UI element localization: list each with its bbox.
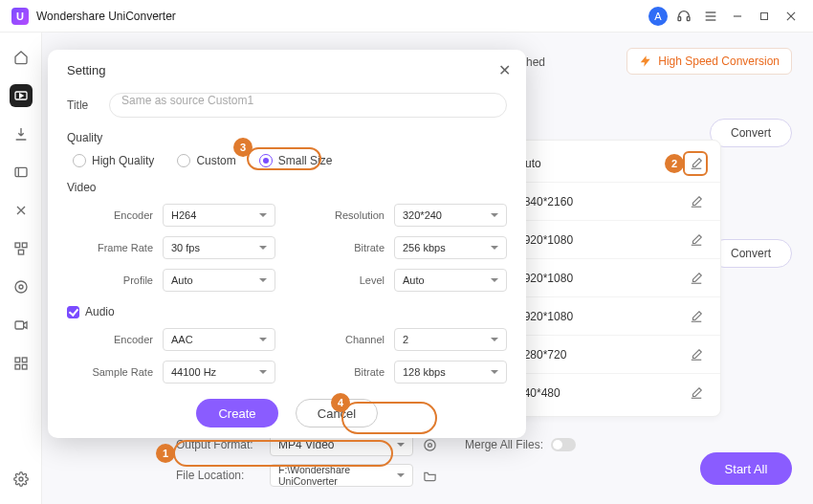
- close-window-button[interactable]: [780, 6, 802, 27]
- minimize-button[interactable]: [727, 6, 748, 27]
- quality-high-radio[interactable]: High Quality: [73, 154, 154, 167]
- svg-rect-21: [22, 364, 27, 369]
- svg-rect-13: [22, 243, 27, 248]
- video-profile-label: Profile: [67, 274, 153, 286]
- modal-title: Setting: [67, 63, 507, 77]
- edit-icon[interactable]: [688, 346, 705, 363]
- sidebar-download-icon[interactable]: [10, 122, 33, 145]
- create-button[interactable]: Create: [196, 399, 278, 427]
- preset-row[interactable]: 3840*2160: [502, 183, 720, 221]
- bottom-strip: Output Format: MP4 Video Merge All Files…: [176, 433, 670, 494]
- svg-point-24: [424, 439, 434, 449]
- preset-row-auto[interactable]: Auto: [502, 144, 720, 183]
- audio-enabled-checkbox[interactable]: [67, 306, 79, 318]
- edit-icon[interactable]: [688, 384, 705, 402]
- title-label: Title: [67, 99, 109, 112]
- app-logo-icon: U: [11, 8, 29, 25]
- sidebar-burn-icon[interactable]: [10, 275, 33, 298]
- sidebar-record-icon[interactable]: [10, 314, 33, 337]
- avatar[interactable]: A: [648, 7, 668, 26]
- edit-icon[interactable]: [688, 193, 705, 210]
- audio-bitrate-label: Bitrate: [298, 366, 385, 378]
- app-title: Wondershare UniConverter: [36, 10, 176, 23]
- merge-all-label: Merge All Files:: [465, 438, 543, 451]
- audio-encoder-label: Encoder: [67, 334, 153, 345]
- audio-encoder-select[interactable]: AAC: [163, 328, 275, 351]
- settings-modal: Setting ✕ Title Same as source Custom1 Q…: [48, 50, 526, 438]
- convert-button[interactable]: Convert: [710, 119, 792, 147]
- svg-marker-10: [19, 94, 22, 98]
- video-frame-rate-select[interactable]: 30 fps: [163, 236, 275, 259]
- video-resolution-label: Resolution: [298, 209, 385, 221]
- svg-rect-14: [18, 250, 23, 254]
- preset-row[interactable]: 1920*1080: [502, 259, 720, 297]
- svg-rect-20: [15, 364, 20, 369]
- start-all-button[interactable]: Start All: [700, 452, 792, 485]
- video-level-select[interactable]: Auto: [394, 269, 507, 292]
- audio-bitrate-select[interactable]: 128 kbps: [394, 361, 507, 383]
- quality-small-radio[interactable]: Small Size: [259, 154, 333, 167]
- svg-point-22: [19, 477, 23, 481]
- menu-icon[interactable]: [700, 6, 721, 27]
- svg-rect-6: [761, 12, 768, 19]
- quality-custom-label: Custom: [196, 154, 235, 167]
- bolt-icon: [639, 55, 652, 68]
- sidebar-edit-icon[interactable]: [10, 199, 33, 222]
- preset-row[interactable]: 1920*1080: [502, 297, 720, 336]
- edit-icon[interactable]: [688, 231, 705, 249]
- quality-custom-radio[interactable]: Custom: [177, 154, 235, 167]
- svg-point-16: [19, 285, 23, 289]
- audio-sample-rate-select[interactable]: 44100 Hz: [163, 361, 275, 383]
- audio-sample-rate-label: Sample Rate: [67, 366, 153, 378]
- video-encoder-label: Encoder: [67, 209, 153, 221]
- convert-button[interactable]: Convert: [710, 239, 792, 268]
- svg-rect-18: [15, 358, 20, 362]
- edit-icon[interactable]: [688, 155, 705, 172]
- titlebar: U Wondershare UniConverter A: [0, 0, 813, 33]
- headset-icon[interactable]: [673, 6, 694, 27]
- preset-settings-icon[interactable]: [421, 436, 438, 453]
- sidebar-merge-icon[interactable]: [10, 237, 33, 260]
- preset-row[interactable]: 1280*720: [502, 336, 720, 374]
- quality-small-label: Small Size: [278, 154, 333, 167]
- video-resolution-select[interactable]: 320*240: [394, 204, 507, 227]
- video-section-label: Video: [67, 181, 507, 194]
- file-location-label: File Location:: [176, 469, 262, 482]
- preset-row[interactable]: 640*480: [502, 374, 720, 412]
- audio-channel-select[interactable]: 2: [394, 328, 507, 351]
- video-level-label: Level: [298, 274, 385, 286]
- svg-rect-12: [15, 243, 20, 248]
- video-bitrate-label: Bitrate: [298, 242, 385, 253]
- close-icon[interactable]: ✕: [495, 61, 513, 78]
- sidebar-home-icon[interactable]: [10, 46, 33, 69]
- edit-icon[interactable]: [688, 270, 705, 287]
- preset-row[interactable]: 1920*1080: [502, 221, 720, 259]
- cancel-button[interactable]: Cancel: [296, 399, 378, 427]
- maximize-button[interactable]: [754, 6, 775, 27]
- audio-section-label: Audio: [85, 305, 115, 318]
- video-encoder-select[interactable]: H264: [163, 204, 275, 227]
- svg-point-15: [15, 281, 27, 293]
- quality-high-label: High Quality: [92, 154, 154, 167]
- sidebar-converter-icon[interactable]: [10, 84, 33, 107]
- svg-point-23: [428, 443, 431, 447]
- sidebar-toolbox-icon[interactable]: [10, 352, 33, 375]
- file-location-select[interactable]: F:\Wondershare UniConverter: [270, 464, 413, 487]
- video-profile-select[interactable]: Auto: [163, 269, 275, 292]
- merge-all-toggle[interactable]: [551, 438, 576, 451]
- sidebar-compress-icon[interactable]: [10, 161, 33, 184]
- svg-rect-1: [687, 16, 690, 20]
- edit-icon[interactable]: [688, 308, 705, 325]
- video-bitrate-select[interactable]: 256 kbps: [394, 236, 507, 259]
- quality-section-label: Quality: [67, 131, 507, 144]
- audio-channel-label: Channel: [298, 334, 385, 345]
- svg-rect-17: [15, 321, 24, 329]
- folder-open-icon[interactable]: [421, 467, 438, 484]
- video-frame-rate-label: Frame Rate: [67, 242, 153, 253]
- preset-list: Auto 3840*2160 1920*1080 1920*1080 1920*…: [501, 140, 721, 417]
- svg-rect-0: [678, 16, 681, 20]
- svg-rect-19: [22, 358, 27, 362]
- title-input[interactable]: Same as source Custom1: [109, 93, 507, 118]
- sidebar-settings-icon[interactable]: [10, 468, 33, 491]
- high-speed-conversion-button[interactable]: High Speed Conversion: [626, 48, 792, 75]
